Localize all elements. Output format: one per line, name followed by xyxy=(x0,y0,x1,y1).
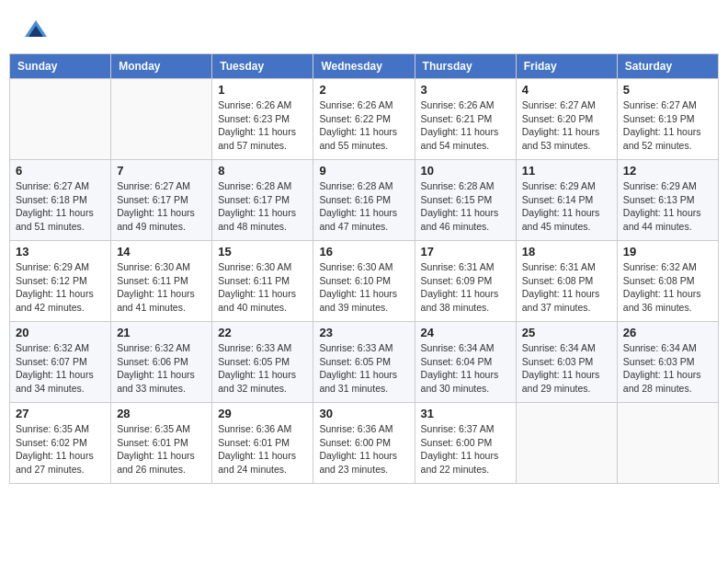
day-number: 15 xyxy=(218,245,307,259)
day-info: Sunrise: 6:32 AM Sunset: 6:08 PM Dayligh… xyxy=(623,260,712,315)
day-number: 29 xyxy=(218,407,307,420)
calendar-cell: 18Sunrise: 6:31 AM Sunset: 6:08 PM Dayli… xyxy=(516,241,617,322)
calendar-week-row: 1Sunrise: 6:26 AM Sunset: 6:23 PM Daylig… xyxy=(10,79,719,160)
day-number: 22 xyxy=(218,326,307,339)
day-info: Sunrise: 6:30 AM Sunset: 6:11 PM Dayligh… xyxy=(117,260,206,315)
calendar-week-row: 27Sunrise: 6:35 AM Sunset: 6:02 PM Dayli… xyxy=(10,403,719,484)
calendar-cell: 7Sunrise: 6:27 AM Sunset: 6:17 PM Daylig… xyxy=(111,160,212,241)
day-info: Sunrise: 6:30 AM Sunset: 6:11 PM Dayligh… xyxy=(218,260,307,315)
day-number: 9 xyxy=(319,164,408,178)
day-header: Monday xyxy=(111,54,212,79)
calendar-cell: 25Sunrise: 6:34 AM Sunset: 6:03 PM Dayli… xyxy=(516,322,617,403)
calendar-cell: 27Sunrise: 6:35 AM Sunset: 6:02 PM Dayli… xyxy=(10,403,111,484)
calendar-cell: 11Sunrise: 6:29 AM Sunset: 6:14 PM Dayli… xyxy=(516,160,617,241)
calendar-table: SundayMondayTuesdayWednesdayThursdayFrid… xyxy=(9,53,719,484)
day-info: Sunrise: 6:26 AM Sunset: 6:23 PM Dayligh… xyxy=(218,98,307,153)
day-number: 4 xyxy=(522,83,611,97)
day-info: Sunrise: 6:31 AM Sunset: 6:09 PM Dayligh… xyxy=(421,260,510,315)
day-info: Sunrise: 6:30 AM Sunset: 6:10 PM Dayligh… xyxy=(319,260,408,315)
day-header: Saturday xyxy=(617,54,718,79)
day-number: 23 xyxy=(319,326,408,339)
calendar-cell: 31Sunrise: 6:37 AM Sunset: 6:00 PM Dayli… xyxy=(415,403,516,484)
day-number: 8 xyxy=(218,164,307,178)
day-info: Sunrise: 6:36 AM Sunset: 6:01 PM Dayligh… xyxy=(218,422,307,477)
day-info: Sunrise: 6:32 AM Sunset: 6:07 PM Dayligh… xyxy=(16,341,105,396)
day-info: Sunrise: 6:34 AM Sunset: 6:03 PM Dayligh… xyxy=(623,341,712,396)
day-info: Sunrise: 6:28 AM Sunset: 6:17 PM Dayligh… xyxy=(218,179,307,234)
day-info: Sunrise: 6:27 AM Sunset: 6:18 PM Dayligh… xyxy=(16,179,105,234)
day-info: Sunrise: 6:37 AM Sunset: 6:00 PM Dayligh… xyxy=(421,422,510,477)
day-number: 10 xyxy=(421,164,510,178)
day-number: 1 xyxy=(218,83,307,97)
day-number: 25 xyxy=(522,326,611,339)
calendar-header xyxy=(9,9,719,49)
day-number: 20 xyxy=(16,326,105,339)
day-info: Sunrise: 6:26 AM Sunset: 6:21 PM Dayligh… xyxy=(421,98,510,153)
calendar-cell xyxy=(617,403,718,484)
day-header: Sunday xyxy=(10,54,111,79)
day-info: Sunrise: 6:27 AM Sunset: 6:17 PM Dayligh… xyxy=(117,179,206,234)
day-info: Sunrise: 6:27 AM Sunset: 6:19 PM Dayligh… xyxy=(623,98,712,153)
day-number: 2 xyxy=(319,83,408,97)
day-number: 17 xyxy=(421,245,510,259)
day-number: 14 xyxy=(117,245,206,259)
day-number: 18 xyxy=(522,245,611,259)
calendar-cell: 9Sunrise: 6:28 AM Sunset: 6:16 PM Daylig… xyxy=(313,160,415,241)
day-info: Sunrise: 6:28 AM Sunset: 6:15 PM Dayligh… xyxy=(421,179,510,234)
calendar-cell xyxy=(10,79,111,160)
day-info: Sunrise: 6:29 AM Sunset: 6:14 PM Dayligh… xyxy=(522,179,611,234)
calendar-cell: 15Sunrise: 6:30 AM Sunset: 6:11 PM Dayli… xyxy=(212,241,313,322)
calendar-week-row: 6Sunrise: 6:27 AM Sunset: 6:18 PM Daylig… xyxy=(10,160,719,241)
day-info: Sunrise: 6:27 AM Sunset: 6:20 PM Dayligh… xyxy=(522,98,611,153)
day-number: 5 xyxy=(623,83,712,97)
day-number: 31 xyxy=(421,407,510,420)
calendar-cell: 2Sunrise: 6:26 AM Sunset: 6:22 PM Daylig… xyxy=(313,79,415,160)
calendar-cell xyxy=(111,79,212,160)
calendar-cell: 26Sunrise: 6:34 AM Sunset: 6:03 PM Dayli… xyxy=(617,322,718,403)
calendar-cell: 5Sunrise: 6:27 AM Sunset: 6:19 PM Daylig… xyxy=(617,79,718,160)
calendar-cell: 20Sunrise: 6:32 AM Sunset: 6:07 PM Dayli… xyxy=(10,322,111,403)
day-info: Sunrise: 6:35 AM Sunset: 6:02 PM Dayligh… xyxy=(16,422,105,477)
calendar-cell: 14Sunrise: 6:30 AM Sunset: 6:11 PM Dayli… xyxy=(111,241,212,322)
calendar-week-row: 13Sunrise: 6:29 AM Sunset: 6:12 PM Dayli… xyxy=(10,241,719,322)
day-info: Sunrise: 6:33 AM Sunset: 6:05 PM Dayligh… xyxy=(218,341,307,396)
day-number: 30 xyxy=(319,407,408,420)
day-number: 21 xyxy=(117,326,206,339)
day-number: 3 xyxy=(421,83,510,97)
calendar-header-row: SundayMondayTuesdayWednesdayThursdayFrid… xyxy=(10,54,719,79)
day-number: 27 xyxy=(16,407,105,420)
day-info: Sunrise: 6:28 AM Sunset: 6:16 PM Dayligh… xyxy=(319,179,408,234)
day-number: 16 xyxy=(319,245,408,259)
day-header: Friday xyxy=(516,54,617,79)
day-info: Sunrise: 6:29 AM Sunset: 6:13 PM Dayligh… xyxy=(623,179,712,234)
calendar-cell: 24Sunrise: 6:34 AM Sunset: 6:04 PM Dayli… xyxy=(415,322,516,403)
calendar-cell: 28Sunrise: 6:35 AM Sunset: 6:01 PM Dayli… xyxy=(111,403,212,484)
day-number: 19 xyxy=(623,245,712,259)
calendar-cell: 16Sunrise: 6:30 AM Sunset: 6:10 PM Dayli… xyxy=(313,241,415,322)
calendar-cell: 13Sunrise: 6:29 AM Sunset: 6:12 PM Dayli… xyxy=(10,241,111,322)
day-header: Thursday xyxy=(415,54,516,79)
day-number: 28 xyxy=(117,407,206,420)
day-info: Sunrise: 6:33 AM Sunset: 6:05 PM Dayligh… xyxy=(319,341,408,396)
day-number: 11 xyxy=(522,164,611,178)
calendar-cell: 23Sunrise: 6:33 AM Sunset: 6:05 PM Dayli… xyxy=(313,322,415,403)
day-info: Sunrise: 6:32 AM Sunset: 6:06 PM Dayligh… xyxy=(117,341,206,396)
day-number: 6 xyxy=(16,164,105,178)
calendar-cell: 10Sunrise: 6:28 AM Sunset: 6:15 PM Dayli… xyxy=(415,160,516,241)
day-info: Sunrise: 6:31 AM Sunset: 6:08 PM Dayligh… xyxy=(522,260,611,315)
calendar-cell: 21Sunrise: 6:32 AM Sunset: 6:06 PM Dayli… xyxy=(111,322,212,403)
day-header: Tuesday xyxy=(212,54,313,79)
calendar-cell: 12Sunrise: 6:29 AM Sunset: 6:13 PM Dayli… xyxy=(617,160,718,241)
calendar-cell: 30Sunrise: 6:36 AM Sunset: 6:00 PM Dayli… xyxy=(313,403,415,484)
calendar-cell: 4Sunrise: 6:27 AM Sunset: 6:20 PM Daylig… xyxy=(516,79,617,160)
day-info: Sunrise: 6:29 AM Sunset: 6:12 PM Dayligh… xyxy=(16,260,105,315)
calendar-cell: 29Sunrise: 6:36 AM Sunset: 6:01 PM Dayli… xyxy=(212,403,313,484)
calendar-cell: 1Sunrise: 6:26 AM Sunset: 6:23 PM Daylig… xyxy=(212,79,313,160)
calendar-cell: 17Sunrise: 6:31 AM Sunset: 6:09 PM Dayli… xyxy=(415,241,516,322)
calendar-cell: 3Sunrise: 6:26 AM Sunset: 6:21 PM Daylig… xyxy=(415,79,516,160)
logo-icon xyxy=(23,18,49,44)
day-info: Sunrise: 6:26 AM Sunset: 6:22 PM Dayligh… xyxy=(319,98,408,153)
day-header: Wednesday xyxy=(313,54,415,79)
day-info: Sunrise: 6:34 AM Sunset: 6:04 PM Dayligh… xyxy=(421,341,510,396)
calendar-cell: 6Sunrise: 6:27 AM Sunset: 6:18 PM Daylig… xyxy=(10,160,111,241)
